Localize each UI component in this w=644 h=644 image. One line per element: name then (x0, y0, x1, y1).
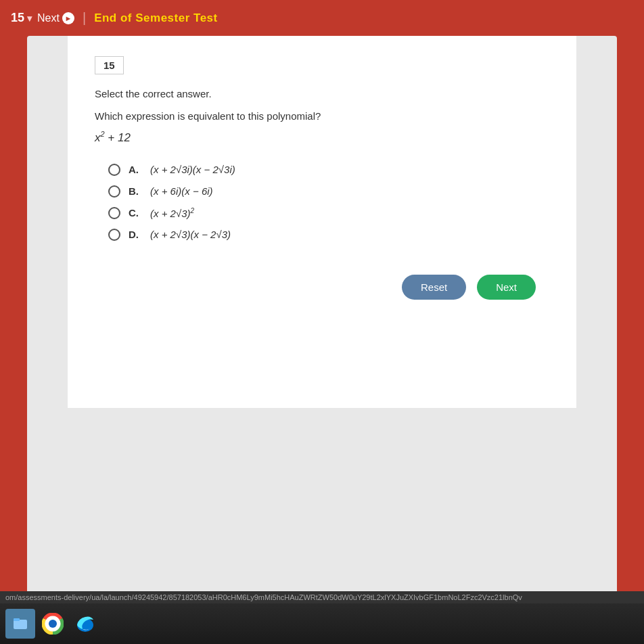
instruction-text: Select the correct answer. (95, 88, 549, 99)
question-number-box: 15 (95, 56, 124, 74)
option-d-expression: (x + 2√3)(x − 2√3) (150, 229, 231, 240)
file-explorer-icon[interactable] (5, 609, 35, 639)
main-content-area: 15 Select the correct answer. Which expr… (27, 36, 617, 603)
svg-point-4 (49, 620, 56, 627)
option-b-label: B. (129, 185, 142, 197)
option-c[interactable]: C. (x + 2√3)2 (108, 207, 549, 219)
action-buttons-row: Reset Next (95, 275, 549, 300)
question-text: Which expression is equivalent to this p… (95, 110, 549, 122)
chevron-down-icon: ▾ (27, 13, 32, 24)
radio-a[interactable] (108, 164, 120, 176)
radio-c[interactable] (108, 207, 120, 219)
svg-rect-0 (14, 620, 27, 629)
radio-b[interactable] (108, 185, 120, 198)
taskbar (0, 603, 644, 644)
answer-options-list: A. (x + 2√3i)(x − 2√3i) B. (x + 6i)(x − … (108, 164, 549, 241)
page-title: End of Semester Test (94, 12, 218, 25)
radio-d[interactable] (108, 229, 120, 241)
svg-rect-1 (14, 618, 20, 621)
reset-button[interactable]: Reset (402, 275, 466, 300)
next-label: Next (37, 12, 60, 24)
option-a-expression: (x + 2√3i)(x − 2√3i) (150, 164, 235, 175)
question-number-label: 15 (11, 11, 24, 25)
divider: | (83, 10, 86, 26)
top-bar: 15 ▾ Next ► | End of Semester Test (0, 0, 644, 36)
next-circle-icon: ► (62, 12, 74, 24)
chrome-icon[interactable] (38, 609, 68, 639)
option-b[interactable]: B. (x + 6i)(x − 6i) (108, 185, 549, 198)
option-b-expression: (x + 6i)(x − 6i) (150, 185, 213, 197)
edge-icon[interactable] (70, 609, 100, 639)
option-c-expression: (x + 2√3)2 (150, 207, 194, 219)
option-c-label: C. (129, 207, 142, 218)
polynomial-expression: x2 + 12 (95, 130, 549, 145)
question-number-nav[interactable]: 15 ▾ (11, 11, 32, 25)
next-nav-button[interactable]: Next ► (37, 12, 74, 24)
option-d-label: D. (129, 229, 142, 240)
option-a-label: A. (129, 164, 142, 175)
next-button[interactable]: Next (477, 275, 536, 300)
option-d[interactable]: D. (x + 2√3)(x − 2√3) (108, 229, 549, 241)
option-a[interactable]: A. (x + 2√3i)(x − 2√3i) (108, 164, 549, 176)
url-bar: om/assessments-delivery/ua/la/launch/492… (0, 591, 644, 603)
question-card: 15 Select the correct answer. Which expr… (68, 36, 576, 408)
